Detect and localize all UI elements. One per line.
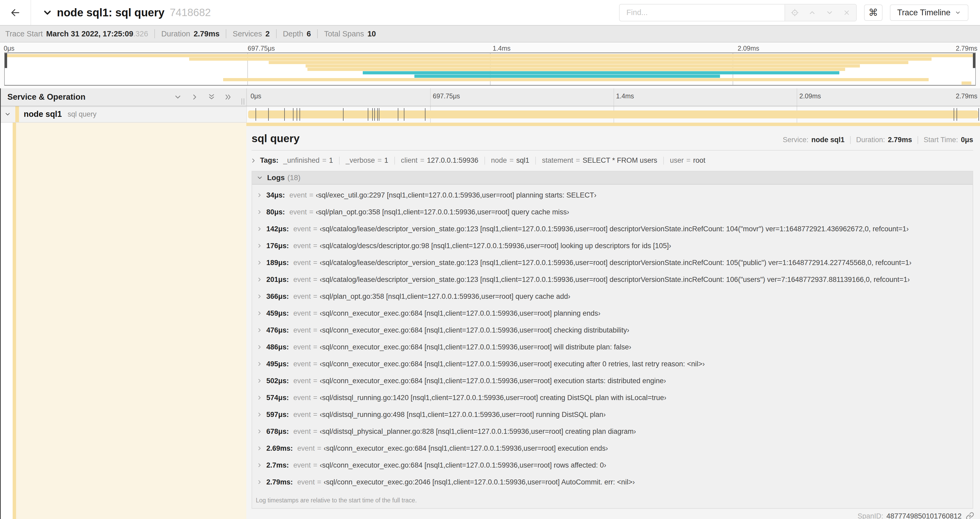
- log-equals: =: [313, 461, 317, 469]
- column-resizer-grip[interactable]: [242, 98, 244, 105]
- trace-summary-item: Total Spans 10: [324, 30, 376, 38]
- log-entry-row[interactable]: 2.69ms: event = ‹sql/conn_executor_exec.…: [254, 440, 973, 457]
- log-expand-icon[interactable]: [256, 361, 262, 367]
- logs-header[interactable]: Logs (18): [252, 171, 973, 185]
- log-timestamp: 142μs:: [266, 225, 289, 233]
- log-expand-icon[interactable]: [256, 310, 262, 316]
- log-field-key: event: [293, 360, 311, 368]
- tags-row[interactable]: Tags: _unfinished=1_verbose=1client=127.…: [246, 150, 980, 164]
- log-expand-icon[interactable]: [256, 243, 262, 249]
- keyboard-shortcuts-button[interactable]: ⌘: [864, 5, 883, 21]
- log-entry-row[interactable]: 486μs: event = ‹sql/conn_executor_exec.g…: [254, 339, 973, 356]
- log-field-key: event: [293, 394, 311, 402]
- log-timestamp: 189μs:: [266, 259, 289, 267]
- find-input[interactable]: [620, 5, 784, 21]
- log-expand-icon[interactable]: [256, 428, 262, 434]
- log-expand-icon[interactable]: [256, 462, 262, 468]
- summary-value: 6: [307, 30, 311, 38]
- next-match-icon[interactable]: [826, 9, 834, 17]
- collapse-one-icon[interactable]: [173, 93, 182, 101]
- collapse-trace-icon[interactable]: [42, 7, 52, 18]
- prev-match-icon[interactable]: [808, 9, 816, 17]
- log-entry-row[interactable]: 34μs: event = ‹sql/exec_util.go:2297 [ns…: [254, 187, 973, 204]
- summary-value-suffix: .326: [133, 30, 148, 38]
- deep-link-icon[interactable]: [966, 512, 974, 519]
- back-button[interactable]: [0, 0, 31, 25]
- minimap-canvas[interactable]: [4, 53, 976, 86]
- log-field-value: ‹sql/plan_opt.go:358 [nsql1,client=127.0…: [320, 292, 570, 301]
- log-expand-icon[interactable]: [256, 411, 262, 418]
- log-expand-icon[interactable]: [256, 479, 262, 485]
- collapse-all-icon[interactable]: [207, 93, 216, 101]
- collapse-span-icon[interactable]: [4, 111, 11, 118]
- log-entry-row[interactable]: 176μs: event = ‹sql/catalog/descs/descri…: [254, 237, 973, 254]
- log-field-value: ‹sql/distsql_running.go:498 [nsql1,clien…: [320, 410, 606, 419]
- log-entry-row[interactable]: 574μs: event = ‹sql/distsql_running.go:1…: [254, 389, 973, 406]
- logs-collapse-icon[interactable]: [256, 174, 263, 181]
- tag-value: 1: [329, 156, 333, 164]
- log-expand-icon[interactable]: [256, 226, 262, 232]
- log-marker-tick: [374, 108, 375, 121]
- log-entry-row[interactable]: 2.79ms: event = ‹sql/conn_executor_exec.…: [254, 474, 973, 490]
- view-selector-button[interactable]: Trace Timeline: [890, 5, 969, 21]
- tags-expand-icon[interactable]: [250, 157, 257, 164]
- span-name-cell[interactable]: node sql1 sql query: [0, 106, 246, 123]
- minimap-right-handle[interactable]: [973, 53, 975, 68]
- log-entry-row[interactable]: 2.7ms: event = ‹sql/conn_executor_exec.g…: [254, 457, 973, 474]
- log-entry-row[interactable]: 366μs: event = ‹sql/plan_opt.go:358 [nsq…: [254, 288, 973, 305]
- log-equals: =: [309, 208, 313, 216]
- span-duration-bar[interactable]: [248, 110, 978, 118]
- log-entry-row[interactable]: 80μs: event = ‹sql/plan_opt.go:358 [nsql…: [254, 204, 973, 220]
- span-timeline-track[interactable]: [246, 106, 980, 123]
- expand-one-icon[interactable]: [191, 93, 199, 101]
- log-expand-icon[interactable]: [256, 378, 262, 384]
- log-timestamp: 574μs:: [266, 394, 289, 402]
- log-field-value: ‹sql/conn_executor_exec.go:684 [nsql1,cl…: [320, 461, 606, 469]
- log-timestamp: 486μs:: [266, 343, 289, 351]
- log-expand-icon[interactable]: [256, 394, 262, 401]
- log-expand-icon[interactable]: [256, 293, 262, 300]
- log-entry-row[interactable]: 189μs: event = ‹sql/catalog/lease/descri…: [254, 254, 973, 271]
- log-expand-icon[interactable]: [256, 327, 262, 333]
- log-equals: =: [313, 276, 317, 284]
- log-marker-tick: [379, 108, 379, 121]
- locate-icon[interactable]: [791, 9, 799, 17]
- minimap-span-bar: [414, 75, 720, 78]
- log-field-value: ‹sql/catalog/lease/descriptor_version_st…: [320, 276, 910, 284]
- minimap-left-handle[interactable]: [5, 53, 7, 68]
- log-expand-icon[interactable]: [256, 192, 262, 198]
- tag-item: user=root: [670, 156, 705, 164]
- log-marker-tick: [425, 108, 425, 121]
- summary-label: Services: [232, 30, 262, 38]
- tag-equals: =: [377, 156, 382, 164]
- log-marker-tick: [284, 108, 285, 121]
- log-entry-row[interactable]: 678μs: event = ‹sql/distsql_physical_pla…: [254, 423, 973, 440]
- tick-label: 697.75μs: [433, 92, 460, 100]
- log-entry-row[interactable]: 476μs: event = ‹sql/conn_executor_exec.g…: [254, 322, 973, 339]
- minimap-span-bar: [363, 71, 839, 74]
- log-field-value: ‹sql/catalog/lease/descriptor_version_st…: [320, 225, 908, 233]
- log-field-key: event: [293, 225, 311, 233]
- log-field-value: ‹sql/conn_executor_exec.go:684 [nsql1,cl…: [320, 326, 629, 334]
- log-expand-icon[interactable]: [256, 209, 262, 215]
- log-entry-row[interactable]: 142μs: event = ‹sql/catalog/lease/descri…: [254, 220, 973, 237]
- clear-find-icon[interactable]: [843, 9, 850, 16]
- log-entry-row[interactable]: 201μs: event = ‹sql/catalog/lease/descri…: [254, 271, 973, 288]
- span-row[interactable]: node sql1 sql query: [0, 106, 980, 123]
- log-expand-icon[interactable]: [256, 344, 262, 350]
- log-expand-icon[interactable]: [256, 445, 262, 452]
- log-entry-row[interactable]: 597μs: event = ‹sql/distsql_running.go:4…: [254, 406, 973, 423]
- log-marker-tick: [297, 108, 297, 121]
- span-detail-panel: sql query Service:node sql1Duration:2.79…: [246, 123, 980, 519]
- log-entry-row[interactable]: 495μs: event = ‹sql/conn_executor_exec.g…: [254, 356, 973, 372]
- tag-separator: [484, 156, 485, 164]
- summary-label: Trace Start: [5, 30, 43, 38]
- log-entry-row[interactable]: 502μs: event = ‹sql/conn_executor_exec.g…: [254, 372, 973, 389]
- log-expand-icon[interactable]: [256, 260, 262, 266]
- log-field-key: event: [293, 461, 311, 469]
- log-field-value: ‹sql/catalog/lease/descriptor_version_st…: [320, 259, 912, 267]
- log-entry-row[interactable]: 459μs: event = ‹sql/conn_executor_exec.g…: [254, 305, 973, 322]
- expand-all-icon[interactable]: [224, 93, 232, 101]
- log-expand-icon[interactable]: [256, 276, 262, 283]
- log-field-key: event: [293, 343, 311, 351]
